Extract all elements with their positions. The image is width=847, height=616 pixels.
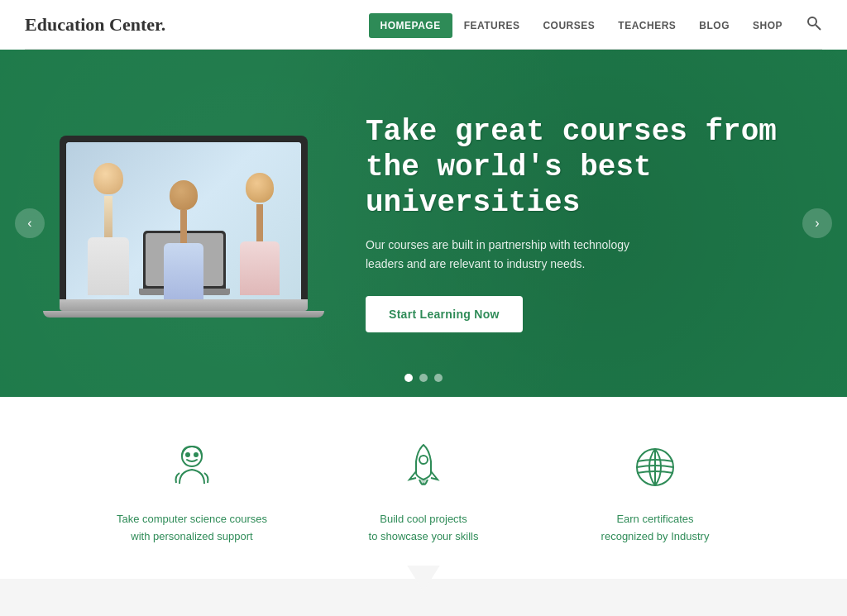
svg-point-0: [808, 17, 816, 26]
laptop-illustration: [51, 136, 316, 311]
hero-content: Take great courses from the world's best…: [51, 114, 796, 332]
start-learning-button[interactable]: Start Learning Now: [366, 296, 523, 332]
hero-prev-button[interactable]: ‹: [15, 208, 45, 238]
student-1: [88, 163, 129, 295]
section-divider: [407, 566, 440, 592]
logo: Education Center.: [25, 14, 369, 36]
person-icon: [163, 438, 221, 496]
students-scene: [66, 142, 301, 299]
dot-3[interactable]: [434, 374, 443, 382]
nav-link-features[interactable]: FEATURES: [452, 13, 532, 38]
laptop-screen-inner: [66, 142, 301, 299]
nav-item-courses[interactable]: COURSES: [531, 17, 606, 32]
hero-title: Take great courses from the world's best…: [366, 114, 796, 222]
student-3: [240, 173, 280, 295]
hero-section: ‹: [0, 50, 847, 397]
hero-subtitle: Our courses are built in partnership wit…: [366, 236, 647, 273]
feature-cs-text: Take computer science courses with perso…: [117, 511, 267, 546]
hero-next-button[interactable]: ›: [802, 208, 832, 238]
nav-menu: HOMEPAGE FEATURES COURSES TEACHERS BLOG …: [369, 17, 794, 32]
nav-link-courses[interactable]: COURSES: [531, 13, 606, 38]
student-2: [164, 180, 203, 299]
svg-point-5: [419, 456, 428, 464]
nav-item-homepage[interactable]: HOMEPAGE: [369, 17, 452, 32]
feature-projects-text: Build cool projects to showcase your ski…: [369, 511, 479, 546]
nav-link-teachers[interactable]: TEACHERS: [606, 13, 687, 38]
svg-point-3: [186, 453, 189, 456]
nav-item-shop[interactable]: SHOP: [741, 17, 794, 32]
nav-item-blog[interactable]: BLOG: [687, 17, 741, 32]
nav-link-shop[interactable]: SHOP: [741, 13, 794, 38]
feature-projects: Build cool projects to showcase your ski…: [308, 438, 539, 546]
search-icon[interactable]: [806, 15, 822, 36]
feature-certificates-text: Earn certificates recognized by Industry: [601, 511, 710, 546]
navbar: Education Center. HOMEPAGE FEATURES COUR…: [0, 0, 847, 50]
courses-section: Courses Starting Soon: [0, 579, 847, 616]
laptop-screen-outer: [60, 136, 308, 299]
nav-link-homepage[interactable]: HOMEPAGE: [369, 13, 452, 38]
feature-certificates: Earn certificates recognized by Industry: [539, 438, 771, 546]
dot-2[interactable]: [419, 374, 428, 382]
hero-image: [51, 136, 316, 311]
navbar-divider: [25, 49, 822, 50]
hero-dots: [404, 374, 443, 382]
feature-cs-courses: Take computer science courses with perso…: [76, 438, 308, 546]
rocket-icon: [395, 438, 452, 496]
hero-text: Take great courses from the world's best…: [366, 114, 796, 332]
svg-point-4: [194, 453, 198, 456]
features-section: Take computer science courses with perso…: [0, 397, 847, 579]
globe-icon: [626, 438, 684, 496]
nav-item-teachers[interactable]: TEACHERS: [606, 17, 687, 32]
dot-1[interactable]: [404, 374, 413, 382]
laptop-base: [60, 299, 308, 311]
nav-item-features[interactable]: FEATURES: [452, 17, 532, 32]
nav-link-blog[interactable]: BLOG: [687, 13, 741, 38]
svg-line-1: [816, 25, 821, 30]
